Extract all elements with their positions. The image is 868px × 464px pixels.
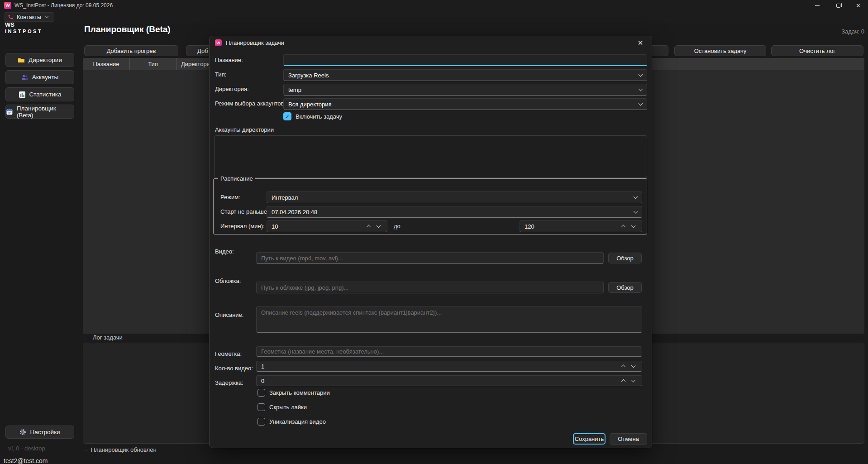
- contacts-menu-button[interactable]: Контакты: [4, 12, 54, 22]
- dialog-title: Планировщик задачи: [226, 39, 284, 46]
- video-count-value: 1: [261, 363, 618, 370]
- chevron-up-icon: [366, 225, 371, 230]
- directory-select[interactable]: temp: [283, 84, 647, 96]
- save-button[interactable]: Сохранить: [573, 433, 606, 445]
- spinner-up-button[interactable]: [618, 221, 628, 232]
- chevron-down-icon: [639, 87, 643, 91]
- video-label: Видео:: [215, 248, 234, 255]
- app-version: v1.0 - desktop: [8, 445, 45, 452]
- chevron-down-icon: [631, 224, 635, 228]
- calendar-icon: [6, 108, 13, 115]
- interval-max-spinner[interactable]: 120: [520, 220, 642, 232]
- hide-likes-checkbox[interactable]: Скрыть лайки: [258, 403, 307, 411]
- interval-min-value: 10: [272, 223, 363, 230]
- sidebar-item-accounts[interactable]: Аккаунты: [5, 70, 74, 84]
- task-name-input[interactable]: [283, 54, 647, 66]
- spinner-down-button[interactable]: [628, 376, 638, 386]
- hide-likes-label: Скрыть лайки: [269, 404, 307, 411]
- close-comments-checkbox[interactable]: Закрыть комментарии: [258, 389, 330, 397]
- start-not-before-label: Старт не раньше:: [220, 208, 269, 215]
- chevron-down-icon: [376, 224, 381, 228]
- window-title: WS_InstPost - Лицензия до: 09.05.2026: [14, 0, 113, 11]
- gear-icon: [19, 429, 26, 435]
- dialog-title-bar: W Планировщик задачи ✕: [210, 36, 652, 49]
- delay-spinner[interactable]: 0: [256, 375, 642, 386]
- sidebar-item-label: Планировщик (Beta): [17, 105, 74, 119]
- sidebar-item-directories[interactable]: Директории: [5, 53, 74, 67]
- directory-value: temp: [288, 86, 301, 93]
- video-path-input[interactable]: [256, 252, 604, 264]
- task-log-label: Лог задачи: [93, 334, 123, 341]
- account-mode-value: Вся директория: [288, 101, 332, 108]
- chevron-down-icon: [634, 195, 638, 199]
- cancel-button[interactable]: Отмена: [610, 433, 647, 445]
- type-label: Тип:: [215, 71, 226, 78]
- video-count-spinner[interactable]: 1: [256, 361, 642, 372]
- chevron-up-icon: [621, 225, 625, 230]
- status-bar: ··Планировщик обновлён: [84, 446, 157, 453]
- spinner-down-button[interactable]: [373, 221, 383, 232]
- add-warmup-button[interactable]: Добавить прогрев: [84, 45, 178, 56]
- description-textarea[interactable]: [256, 306, 642, 333]
- minimize-button[interactable]: [807, 0, 828, 11]
- check-icon: ✓: [285, 114, 290, 120]
- page-title: Планировщик (Beta): [84, 24, 171, 34]
- menu-bar: Контакты: [0, 11, 868, 23]
- spinner-down-button[interactable]: [628, 221, 638, 232]
- description-label: Описание:: [215, 311, 243, 318]
- clear-log-button[interactable]: Очистить лог: [771, 45, 863, 56]
- settings-button[interactable]: Настройки: [5, 426, 74, 439]
- status-prefix: ··: [84, 446, 88, 453]
- sidebar-item-scheduler[interactable]: Планировщик (Beta): [5, 105, 74, 119]
- uniqualize-video-checkbox[interactable]: Уникализация видео: [258, 418, 326, 426]
- interval-max-value: 120: [525, 223, 618, 230]
- sidebar-item-statistics[interactable]: Статистика: [5, 87, 74, 101]
- app-logo-icon: W: [4, 2, 11, 9]
- start-datetime-picker[interactable]: 07.04.2026 20:48: [267, 206, 642, 218]
- spinner-up-button[interactable]: [363, 221, 373, 232]
- restore-button[interactable]: [828, 0, 849, 11]
- checkbox-unchecked-icon: [258, 418, 265, 426]
- spinner-down-button[interactable]: [628, 361, 638, 371]
- enable-task-checkbox[interactable]: ✓ Включить задачу: [283, 112, 342, 120]
- spinner-up-button[interactable]: [618, 361, 628, 371]
- chevron-up-icon: [621, 365, 625, 369]
- schedule-legend: Расписание: [218, 175, 255, 182]
- spinner-up-button[interactable]: [618, 376, 628, 386]
- task-type-value: Загрузка Reels: [288, 72, 329, 79]
- chevron-down-icon: [631, 364, 635, 368]
- delay-label: Задержка:: [215, 379, 243, 386]
- checkbox-unchecked-icon: [258, 389, 265, 397]
- close-window-button[interactable]: ✕: [849, 0, 868, 11]
- cover-browse-button[interactable]: Обзор: [608, 282, 642, 293]
- column-header-type[interactable]: Тип: [130, 58, 176, 70]
- directory-accounts-list[interactable]: [214, 135, 647, 177]
- brand-logo-line1: WS: [5, 21, 14, 28]
- column-header-name[interactable]: Название: [83, 58, 130, 70]
- schedule-mode-label: Режим:: [220, 194, 240, 201]
- sidebar-item-label: Аккаунты: [32, 74, 59, 81]
- chart-icon: [19, 91, 26, 98]
- close-icon: ✕: [856, 2, 861, 9]
- chevron-down-icon: [631, 378, 635, 383]
- app-window: W WS_InstPost - Лицензия до: 09.05.2026 …: [0, 0, 868, 464]
- geotag-label: Геометка:: [215, 350, 242, 357]
- dialog-close-button[interactable]: ✕: [634, 38, 647, 48]
- account-email: test2@test.com: [4, 457, 48, 464]
- interval-min-spinner[interactable]: 10: [267, 220, 387, 232]
- interval-to-label: до: [394, 223, 401, 230]
- schedule-mode-select[interactable]: Интервал: [267, 191, 642, 203]
- accounts-section-label: Аккаунты директории: [215, 126, 274, 133]
- schedule-mode-value: Интервал: [272, 194, 298, 201]
- chevron-down-icon: [634, 209, 638, 214]
- geotag-input[interactable]: [256, 346, 642, 357]
- stop-task-button[interactable]: Остановить задачу: [674, 45, 766, 56]
- cover-path-input[interactable]: [256, 282, 604, 293]
- account-mode-label: Режим выбора аккаунтов:: [215, 100, 286, 107]
- chevron-down-icon: [639, 72, 643, 77]
- account-mode-select[interactable]: Вся директория: [283, 98, 647, 110]
- phone-icon: [8, 14, 14, 20]
- video-browse-button[interactable]: Обзор: [608, 253, 642, 263]
- name-label: Название:: [215, 57, 243, 63]
- task-type-select[interactable]: Загрузка Reels: [283, 69, 647, 81]
